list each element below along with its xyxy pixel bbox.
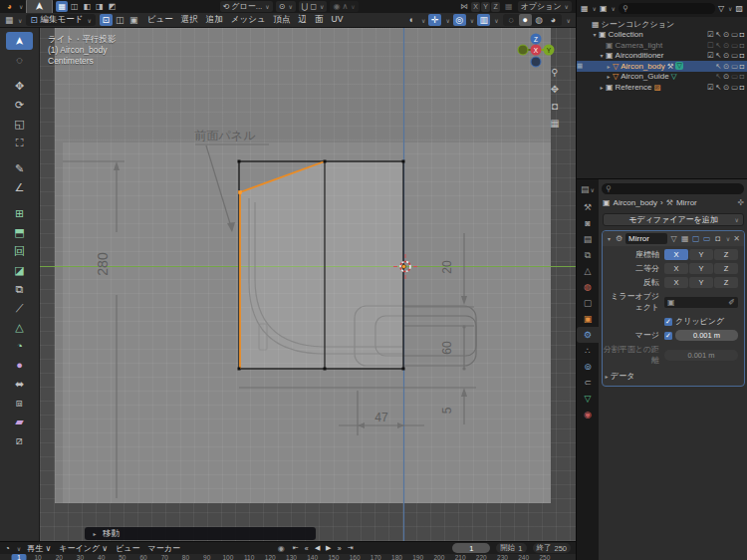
render-camera-icon[interactable]: ◘ (739, 62, 744, 71)
transform-tool[interactable]: ⛶ (6, 134, 33, 151)
outliner-filter-collection-icon[interactable]: ▣ (600, 4, 608, 13)
timeline-ruler[interactable]: 1102030405060708090100110120130140150160… (0, 554, 576, 560)
camera-view-icon[interactable]: ◘ (548, 100, 562, 113)
close-icon[interactable]: ✕ (732, 234, 741, 243)
shrink-fatten-tool[interactable]: ⧈ (6, 394, 33, 412)
edge-slide-tool[interactable]: ⬌ (6, 375, 33, 393)
shading-rendered-icon[interactable]: ◕ (547, 14, 560, 26)
gizmo-z-back-axis[interactable] (531, 57, 541, 67)
gizmo-y-back-axis[interactable] (518, 45, 528, 55)
render-camera-icon[interactable]: ◘ (739, 30, 744, 39)
play-reverse-button[interactable]: ◀ (313, 543, 323, 553)
data-section-toggle[interactable]: ▸ データ (603, 371, 744, 382)
axis-row-x-button[interactable]: X (664, 249, 688, 260)
select-mode-new-icon[interactable]: ▦ (56, 1, 68, 12)
tab-collection[interactable]: ▢ (577, 295, 599, 311)
snap-extra-icon[interactable]: ▦ (503, 1, 515, 12)
jump-to-end-button[interactable]: ⇥ (346, 543, 356, 553)
modifier-panel-header[interactable]: ▾ ⚙ Mirror ▽▦▢▭◘ ∨ ✕ (603, 231, 744, 246)
select-mode-invert-icon[interactable]: ◨ (94, 1, 106, 12)
clipping-checkbox[interactable]: ✓ (664, 318, 672, 326)
show-realtime-icon[interactable]: ▭ (702, 234, 712, 243)
expander-icon[interactable]: ▾ (606, 235, 613, 242)
mirror-object-field[interactable]: ▣✐ (664, 297, 738, 308)
checkbox-checked[interactable]: ☑ (707, 51, 714, 60)
add-cube-tool[interactable]: ⊞ (6, 204, 33, 222)
selectable-cursor-icon[interactable]: ↖ (715, 62, 721, 71)
selectable-cursor-icon[interactable]: ↖ (715, 72, 721, 81)
pivot-point-dropdown[interactable]: ⊙∨ (276, 1, 296, 12)
axis-row-z-button[interactable]: Z (714, 249, 738, 260)
timeline-menu-ビュー[interactable]: ビュー (116, 543, 139, 554)
selected-vertex[interactable] (238, 190, 242, 194)
timeline-menu-キーイング[interactable]: キーイング ∨ (59, 543, 108, 554)
tab-physics[interactable]: ⊚ (577, 359, 599, 375)
editor-type-icon[interactable]: ▦ (5, 15, 13, 25)
overlays-icon[interactable]: ◎ (453, 14, 466, 26)
tab-world[interactable]: ◍ (577, 279, 599, 295)
bisect-row-x-button[interactable]: X (664, 263, 688, 274)
gizmos-icon[interactable]: ✛ (428, 14, 441, 26)
options-dropdown[interactable]: オプション∨ (518, 1, 572, 12)
menu-追加[interactable]: 追加 (203, 14, 226, 26)
annotate-tool[interactable]: ✎ (6, 159, 33, 177)
rip-region-tool[interactable]: ⧄ (6, 431, 33, 449)
breadcrumb-modifier[interactable]: Mirror (676, 198, 697, 207)
show-on-cage-icon[interactable]: ▦ (680, 234, 690, 243)
face-select-button[interactable]: ▣ (127, 14, 140, 26)
tab-modifiers[interactable]: ⚙ (577, 327, 599, 343)
rotate-tool[interactable]: ⟳ (6, 96, 33, 114)
pin-icon[interactable]: ✜ (737, 198, 744, 207)
filter-funnel-icon[interactable]: ▽ (718, 4, 724, 13)
eyedropper-icon[interactable]: ✐ (728, 298, 735, 307)
bisect-row-z-button[interactable]: Z (714, 263, 738, 274)
mirror-axis-y-button[interactable]: Y (481, 2, 490, 12)
show-object-types-icon[interactable]: ◖ (404, 14, 417, 26)
outliner-row-camera-light[interactable]: ▣Camera_light☐↖⊙▭◘ (577, 40, 747, 51)
viewport-screen-icon[interactable]: ▭ (731, 72, 738, 81)
mirror-axis-x-button[interactable]: X (471, 2, 480, 12)
hide-eye-icon[interactable]: ⊙ (723, 72, 729, 81)
selectable-cursor-icon[interactable]: ↖ (715, 83, 721, 92)
transform-orientation-dropdown[interactable]: ⟲グロー...∨ (220, 1, 273, 12)
outliner-search-input[interactable]: ⚲ (619, 3, 715, 14)
current-frame-field[interactable]: 1 (452, 543, 490, 553)
shading-solid-icon[interactable]: ● (519, 14, 532, 26)
render-camera-icon[interactable]: ◘ (739, 83, 744, 92)
next-keyframe-button[interactable]: » (335, 543, 345, 553)
tab-particles[interactable]: ∴ (577, 343, 599, 359)
xray-toggle-icon[interactable]: ▥ (477, 14, 490, 26)
tab-object-data[interactable]: ▽ (577, 391, 599, 407)
expander-icon[interactable]: ▸ (605, 73, 613, 80)
move-tool[interactable]: ✥ (6, 77, 33, 95)
shading-dropdown[interactable]: ∨ (567, 17, 571, 24)
zoom-icon[interactable]: ⚲ (548, 66, 562, 79)
expander-icon[interactable]: ▸ (605, 63, 613, 70)
selectable-cursor-icon[interactable]: ↖ (715, 41, 721, 50)
auto-keying-record-icon[interactable]: ◉ (278, 544, 285, 553)
breadcrumb-object[interactable]: Aircon_body (614, 198, 657, 207)
loop-cut-tool[interactable]: ⧉ (6, 280, 33, 298)
outliner-row-aircon-guide[interactable]: ▸▽Aircon_Guide▽↖⊙▭◘ (577, 72, 747, 83)
tab-object[interactable]: ▣ (577, 311, 599, 327)
tab-view-layer[interactable]: ⧉ (577, 247, 599, 263)
measure-tool[interactable]: ∠ (6, 178, 33, 196)
add-modifier-button[interactable]: モディファイアーを追加∨ (603, 213, 744, 226)
select-mode-intersect-icon[interactable]: ◩ (107, 1, 119, 12)
outliner-row-collection[interactable]: ▾▣Collection☑↖⊙▭◘ (577, 30, 747, 41)
hide-eye-icon[interactable]: ⊙ (723, 41, 729, 50)
proportional-editing-dropdown[interactable]: ◉∧∨ (330, 1, 358, 12)
bevel-tool[interactable]: ◪ (6, 261, 33, 279)
ortho-grid-icon[interactable]: ▦ (548, 117, 562, 130)
menu-UV[interactable]: UV (329, 14, 347, 26)
spin-tool[interactable]: ◔ (6, 337, 33, 355)
viewport-screen-icon[interactable]: ▭ (731, 83, 738, 92)
tab-constraints[interactable]: ⊂ (577, 375, 599, 391)
modifier-extras-dropdown[interactable]: ∨ (726, 235, 730, 242)
menu-選択[interactable]: 選択 (178, 14, 201, 26)
outliner-row-aircon-body[interactable]: ▦▸▽Aircon_body⚒▽↖⊙▭◘ (577, 61, 747, 72)
tab-output[interactable]: ▤ (577, 231, 599, 247)
shear-tool[interactable]: ▰ (6, 413, 33, 430)
checkbox-checked[interactable]: ☑ (707, 30, 714, 39)
tab-render[interactable]: ◙ (577, 215, 599, 231)
